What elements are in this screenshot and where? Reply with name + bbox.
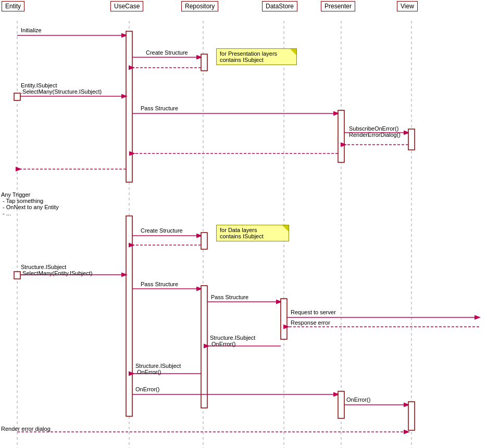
note-text-1: for Presentation layers contains ISubjec… bbox=[220, 50, 293, 63]
svg-rect-9 bbox=[201, 54, 207, 71]
svg-rect-7 bbox=[126, 31, 132, 182]
label-initialize: Initialize bbox=[21, 27, 42, 33]
svg-rect-12 bbox=[14, 93, 20, 100]
svg-rect-22 bbox=[201, 233, 207, 249]
svg-rect-35 bbox=[338, 391, 344, 418]
label-pass-structure-1: Pass Structure bbox=[141, 105, 178, 111]
label-response-error: Response error bbox=[291, 319, 330, 326]
label-structure-isubject-select: Structure.ISubject.SelectMany(Entity.ISu… bbox=[21, 264, 92, 276]
label-subscribe-error: SubscribeOnError()RenderErrorDialog() bbox=[349, 125, 401, 138]
label-structure-onerror-1: Structure.ISubject.OnError() bbox=[210, 335, 255, 347]
label-entity-isubject: Entity.ISubject.SelectMany(Structure.ISu… bbox=[21, 82, 102, 95]
note-text-2: for Data layers contains ISubject bbox=[220, 227, 285, 239]
label-pass-structure-3: Pass Structure bbox=[211, 294, 248, 300]
svg-rect-14 bbox=[338, 110, 344, 162]
label-create-structure-1: Create Structure bbox=[146, 49, 188, 56]
sequence-diagram: Entity UseCase Repository DataStore Pres… bbox=[0, 0, 487, 448]
note-data-layers: for Data layers contains ISubject bbox=[216, 225, 289, 241]
label-render-error: Render error dialog bbox=[1, 426, 51, 432]
diagram-svg bbox=[0, 0, 487, 448]
svg-rect-16 bbox=[408, 129, 415, 150]
label-structure-onerror-2: Structure.ISubject.OnError() bbox=[135, 363, 181, 375]
label-create-structure-2: Create Structure bbox=[141, 227, 183, 234]
svg-rect-21 bbox=[126, 216, 132, 416]
svg-rect-25 bbox=[14, 272, 20, 279]
trigger-note: Any Trigger - Tap something - OnNext to … bbox=[1, 191, 59, 216]
label-onerror-2: OnError() bbox=[346, 396, 370, 403]
label-request-server: Request to server bbox=[291, 309, 336, 315]
svg-rect-37 bbox=[408, 402, 415, 430]
label-pass-structure-2: Pass Structure bbox=[141, 281, 178, 287]
label-onerror-1: OnError() bbox=[135, 386, 159, 392]
svg-rect-27 bbox=[201, 286, 207, 408]
note-presentation-layers: for Presentation layers contains ISubjec… bbox=[216, 48, 297, 65]
svg-rect-29 bbox=[281, 299, 287, 339]
